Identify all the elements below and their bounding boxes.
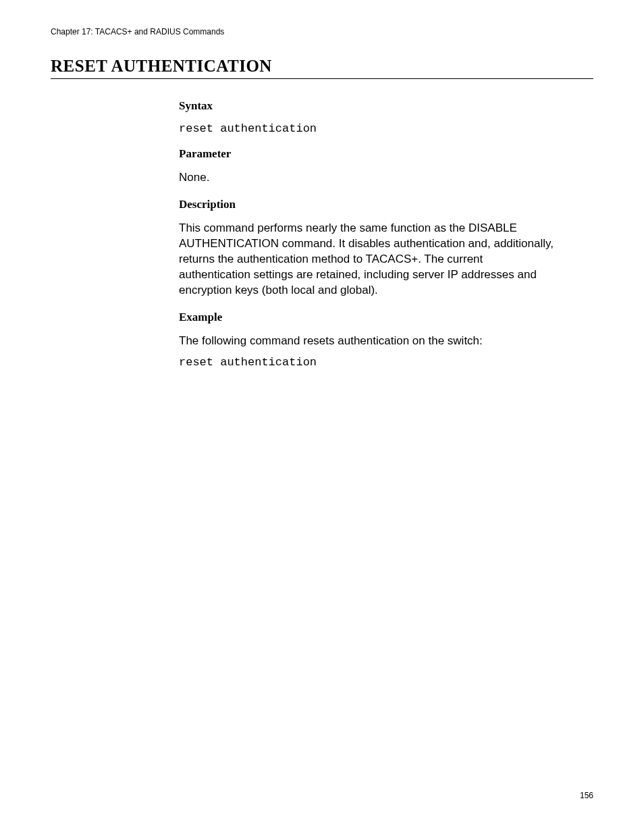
content-body: Syntax reset authentication Parameter No… xyxy=(179,99,557,369)
page-title: RESET AUTHENTICATION xyxy=(51,57,593,79)
parameter-heading: Parameter xyxy=(179,147,557,161)
example-heading: Example xyxy=(179,311,557,324)
page-header: Chapter 17: TACACS+ and RADIUS Commands xyxy=(51,27,593,36)
example-text: The following command resets authenticat… xyxy=(179,334,557,349)
description-text: This command performs nearly the same fu… xyxy=(179,221,557,298)
syntax-code: reset authentication xyxy=(179,122,557,135)
example-code: reset authentication xyxy=(179,356,557,369)
parameter-text: None. xyxy=(179,170,557,186)
chapter-label: Chapter 17: TACACS+ and RADIUS Commands xyxy=(51,27,224,36)
description-heading: Description xyxy=(179,198,557,211)
page-number: 156 xyxy=(580,791,593,800)
syntax-heading: Syntax xyxy=(179,99,557,113)
